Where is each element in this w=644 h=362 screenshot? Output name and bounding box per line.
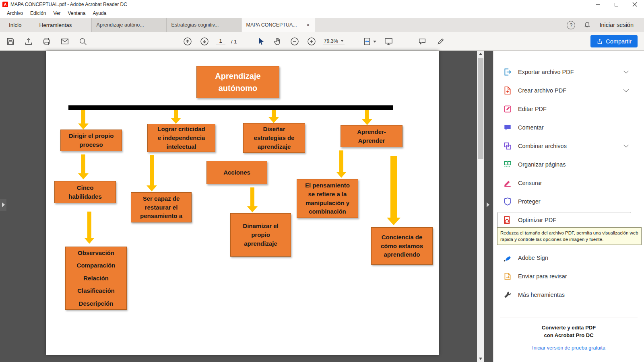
zoom-out-button[interactable] [289, 35, 300, 47]
map-node-disenar: Diseñar estrategias de aprendizaje [243, 123, 305, 153]
right-panel-toggle[interactable] [485, 199, 491, 211]
presentation-icon [384, 37, 393, 46]
tool-comment[interactable]: Comentar [493, 118, 644, 137]
tool-label: Enviar para revisar [518, 273, 567, 280]
tab-bar: Inicio Herramientas Aprendizaje autóno..… [0, 18, 644, 32]
map-arrow [362, 110, 372, 125]
acrobat-pro-promo: Convierte y edita PDF con Acrobat Pro DC… [493, 324, 644, 351]
redact-marker-icon [503, 179, 512, 187]
tool-optimize-pdf[interactable]: Optimizar PDF [493, 211, 644, 229]
chevron-down-icon[interactable] [623, 68, 629, 74]
menu-ventana[interactable]: Ventana [64, 10, 89, 17]
title-bar: MAPA CONCEPTUAL.pdf - Adobe Acrobat Read… [0, 0, 644, 9]
tool-label: Más herramientas [518, 292, 565, 298]
hand-icon [273, 37, 282, 46]
map-node-habilidades: Observación Comparación Relación Clasifi… [65, 247, 127, 310]
close-button[interactable] [625, 0, 644, 9]
hand-tool-button[interactable] [272, 35, 283, 47]
window-controls [588, 0, 644, 9]
share-button[interactable]: Compartir [590, 35, 638, 47]
notifications-bell-icon[interactable] [583, 21, 591, 29]
map-node-conciencia: Conciencia de cómo estamos aprendiendo [371, 227, 433, 265]
menu-archivo[interactable]: Archivo [3, 10, 27, 17]
map-node-aprender: Aprender- Aprender [341, 125, 402, 147]
toolbar-nav-group: 1 / 1 79.3% [182, 35, 394, 47]
create-pdf-icon [503, 86, 512, 95]
tool-organize-pages[interactable]: Organizar páginas [493, 155, 644, 174]
help-icon[interactable]: ? [567, 21, 575, 29]
document-tab-mapa-conceptual[interactable]: MAPA CONCEPTUA... × [241, 18, 316, 32]
search-button[interactable] [77, 35, 89, 47]
tool-adobe-sign[interactable]: Adobe Sign [493, 249, 644, 267]
free-trial-link[interactable]: Iniciar versión de prueba gratuita [532, 345, 605, 351]
tool-redact[interactable]: Censurar [493, 174, 644, 192]
tool-combine-files[interactable]: Combinar archivos [493, 137, 644, 155]
sign-in-button[interactable]: Iniciar sesión [599, 22, 634, 28]
page-down-icon [200, 37, 209, 46]
map-node-lograr: Lograr criticidad e independencia intele… [147, 124, 215, 152]
tool-create-pdf[interactable]: Crear archivo PDF [493, 81, 644, 100]
zoom-level-value: 79.3% [324, 38, 338, 44]
scrollbar-thumb[interactable] [478, 58, 483, 159]
tool-label: Proteger [518, 198, 541, 205]
comment-icon [418, 37, 427, 46]
tool-label: Censurar [518, 180, 542, 186]
zoom-in-icon [307, 37, 316, 46]
fit-page-button[interactable] [361, 35, 378, 47]
chevron-down-icon[interactable] [623, 87, 629, 92]
minimize-button[interactable] [588, 0, 607, 9]
print-button[interactable] [41, 35, 52, 47]
tool-label: Optimizar PDF [518, 217, 556, 223]
pointer-icon [256, 37, 265, 46]
map-arrow [78, 154, 89, 179]
document-area: Aprendizaje autónomo Dirigir el propio p… [0, 51, 493, 362]
toolbar-annotate-group [417, 35, 446, 47]
chevron-down-icon[interactable] [623, 142, 629, 148]
document-tab-label: MAPA CONCEPTUA... [246, 22, 297, 28]
wrench-icon [503, 290, 512, 299]
tab-close-icon[interactable]: × [305, 22, 310, 28]
page-number-input[interactable]: 1 [216, 38, 225, 45]
email-button[interactable] [59, 35, 70, 47]
map-arrow [268, 110, 279, 123]
map-arrow [387, 156, 400, 225]
previous-page-button[interactable] [182, 35, 193, 47]
scroll-down-icon [479, 358, 482, 360]
tool-export-pdf[interactable]: Exportar archivo PDF [493, 63, 644, 81]
map-node-dirigir: Dirigir el propio proceso [60, 130, 122, 151]
tool-label: Comentar [518, 124, 544, 131]
vertical-scrollbar[interactable] [477, 51, 484, 362]
edit-pdf-icon [503, 105, 512, 113]
select-tool-button[interactable] [255, 35, 266, 47]
map-arrow [78, 110, 89, 130]
save-button[interactable] [5, 35, 16, 47]
document-tab-estrategias[interactable]: Estrategias cognitiv... [166, 18, 241, 32]
zoom-out-icon [290, 37, 299, 46]
menu-edicion[interactable]: Edición [27, 10, 50, 17]
comment-tool-button[interactable] [417, 35, 428, 47]
reading-mode-button[interactable] [383, 35, 394, 47]
tool-send-for-review[interactable]: Enviar para revisar [493, 267, 644, 286]
zoom-level-dropdown[interactable]: 79.3% [323, 38, 344, 45]
document-tab-aprendizaje[interactable]: Aprendizaje autóno... [91, 18, 166, 32]
tool-more-tools[interactable]: Más herramientas [493, 286, 644, 304]
promo-line2: con Acrobat Pro DC [493, 332, 644, 339]
tool-label: Organizar páginas [518, 161, 566, 168]
upload-cloud-button[interactable] [23, 35, 34, 47]
tool-protect[interactable]: Proteger [493, 192, 644, 211]
menu-ayuda[interactable]: Ayuda [89, 10, 110, 17]
tool-label: Adobe Sign [518, 255, 548, 261]
tab-inicio[interactable]: Inicio [0, 18, 31, 32]
tool-edit-pdf[interactable]: Editar PDF [493, 100, 644, 118]
zoom-in-button[interactable] [306, 35, 317, 47]
menu-ver[interactable]: Ver [50, 10, 64, 17]
optimize-pdf-icon [503, 216, 512, 224]
scroll-down-button[interactable] [477, 356, 484, 362]
highlight-tool-button[interactable] [435, 35, 446, 47]
left-panel-toggle[interactable] [0, 199, 6, 211]
maximize-button[interactable] [607, 0, 625, 9]
share-button-label: Compartir [606, 38, 632, 45]
tab-herramientas[interactable]: Herramientas [31, 18, 81, 32]
scroll-up-button[interactable] [477, 51, 484, 57]
next-page-button[interactable] [199, 35, 210, 47]
